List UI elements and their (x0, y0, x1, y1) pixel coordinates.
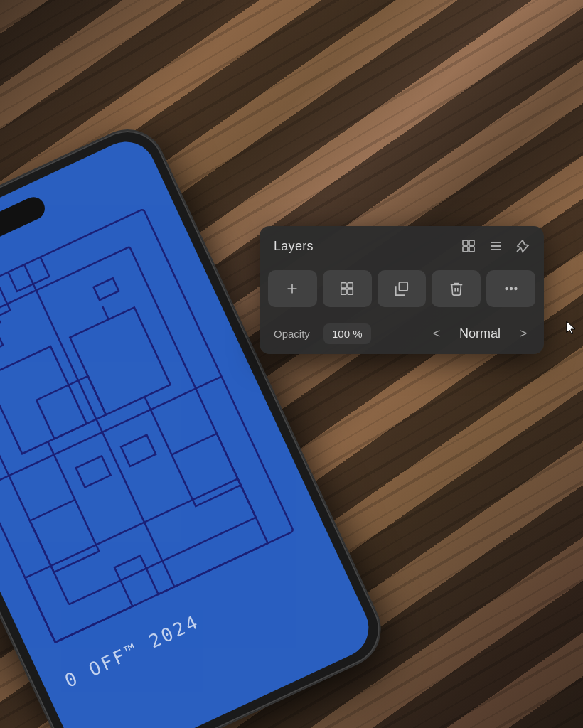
blend-mode-next-button[interactable]: > (513, 323, 534, 344)
layers-panel: Layers (260, 226, 544, 354)
duplicate-button[interactable] (378, 270, 427, 307)
delete-layer-button[interactable] (432, 270, 481, 307)
svg-point-29 (510, 288, 512, 290)
svg-point-30 (515, 288, 517, 290)
svg-rect-25 (341, 289, 346, 294)
svg-rect-5 (30, 500, 99, 572)
svg-line-7 (0, 377, 222, 488)
svg-rect-12 (121, 435, 156, 466)
svg-line-20 (517, 248, 520, 252)
svg-rect-2 (0, 346, 87, 454)
panel-header-icons (459, 236, 533, 256)
svg-rect-4 (36, 376, 106, 439)
blend-mode-label: Normal (451, 326, 508, 341)
svg-line-8 (24, 264, 174, 587)
svg-rect-11 (76, 456, 111, 487)
svg-rect-24 (348, 283, 353, 288)
svg-rect-23 (341, 283, 346, 288)
blend-mode-controls: < Normal > (378, 323, 534, 344)
svg-rect-16 (469, 247, 474, 252)
svg-rect-6 (171, 434, 240, 506)
panel-header: Layers (260, 226, 544, 264)
blend-mode-prev-button[interactable]: < (426, 323, 447, 344)
svg-rect-1 (0, 247, 256, 604)
more-options-button[interactable] (486, 270, 535, 307)
svg-rect-10 (94, 278, 119, 300)
svg-rect-3 (70, 307, 170, 414)
panel-opacity-row: Opacity 100 % < Normal > (260, 316, 544, 354)
opacity-value[interactable]: 100 % (323, 323, 371, 344)
svg-rect-9 (0, 332, 3, 354)
layers-grid-icon[interactable] (459, 236, 478, 256)
svg-rect-15 (463, 247, 468, 252)
svg-rect-26 (348, 289, 353, 294)
svg-point-28 (506, 288, 508, 290)
svg-rect-27 (399, 282, 407, 291)
add-layer-button[interactable] (268, 270, 317, 307)
texture-button[interactable] (323, 270, 372, 307)
panel-title: Layers (274, 239, 314, 254)
opacity-label: Opacity (274, 328, 316, 340)
pin-icon[interactable] (513, 236, 533, 256)
menu-list-icon[interactable] (486, 236, 506, 256)
panel-toolbar (260, 264, 544, 316)
svg-rect-14 (469, 240, 474, 245)
svg-rect-13 (463, 240, 468, 245)
